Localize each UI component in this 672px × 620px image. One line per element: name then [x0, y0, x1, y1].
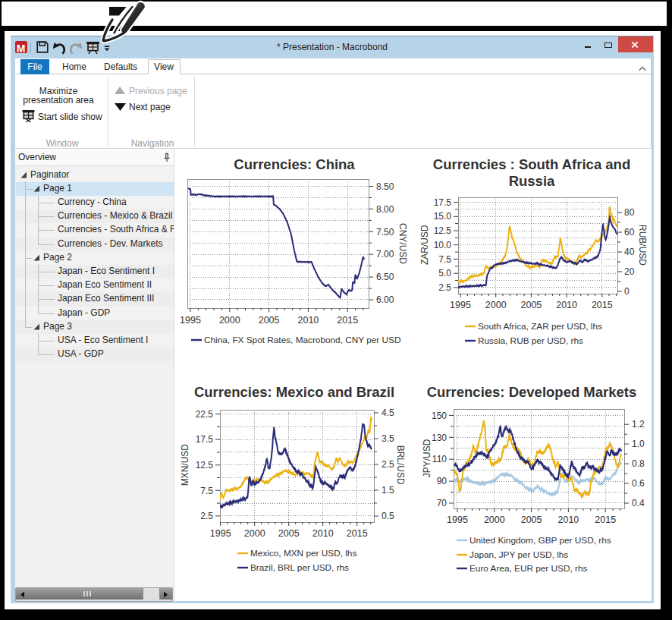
svg-text:MXN/USD: MXN/USD	[180, 444, 190, 486]
svg-text:70: 70	[437, 498, 447, 508]
svg-text:2015: 2015	[337, 315, 358, 326]
svg-text:Russia, RUB per USD, rhs: Russia, RUB per USD, rhs	[478, 335, 583, 346]
svg-text:130: 130	[432, 433, 447, 443]
svg-text:110: 110	[432, 454, 447, 464]
svg-text:6.00: 6.00	[376, 294, 394, 305]
svg-text:150: 150	[432, 411, 447, 421]
svg-text:2005: 2005	[278, 528, 300, 539]
svg-text:1.5: 1.5	[382, 485, 394, 496]
svg-text:2.5: 2.5	[200, 511, 213, 521]
svg-text:2.5: 2.5	[438, 282, 451, 293]
svg-text:2005: 2005	[520, 300, 542, 310]
svg-text:17.5: 17.5	[434, 197, 452, 208]
svg-text:15.0: 15.0	[434, 211, 452, 222]
svg-text:3.5: 3.5	[382, 433, 394, 444]
svg-text:22.5: 22.5	[196, 409, 214, 420]
svg-text:0.4: 0.4	[632, 498, 645, 508]
svg-text:40: 40	[624, 247, 635, 257]
svg-text:8.00: 8.00	[376, 204, 394, 215]
svg-text:2015: 2015	[595, 515, 616, 525]
svg-text:80: 80	[624, 207, 635, 218]
svg-text:0.8: 0.8	[632, 458, 645, 469]
svg-text:12.5: 12.5	[434, 225, 452, 236]
svg-text:China, FX Spot Rates, Macrobon: China, FX Spot Rates, Macrobond, CNY per…	[204, 335, 400, 345]
svg-text:7.5: 7.5	[200, 486, 213, 496]
svg-text:2010: 2010	[312, 528, 334, 539]
svg-text:Currencies : South Africa and: Currencies : South Africa and	[433, 156, 630, 172]
svg-text:Japan, JPY per USD, lhs: Japan, JPY per USD, lhs	[469, 549, 568, 560]
svg-text:Brazil, BRL per USD, rhs: Brazil, BRL per USD, rhs	[250, 562, 349, 573]
svg-text:1995: 1995	[210, 528, 231, 539]
svg-text:2005: 2005	[259, 315, 280, 326]
svg-text:2000: 2000	[485, 300, 507, 310]
svg-text:60: 60	[624, 227, 635, 238]
svg-text:1.0: 1.0	[632, 439, 645, 449]
svg-text:2010: 2010	[556, 300, 577, 310]
svg-text:2010: 2010	[557, 515, 579, 525]
svg-text:JPY/USD: JPY/USD	[422, 439, 432, 477]
svg-text:6.50: 6.50	[376, 272, 394, 282]
svg-text:1995: 1995	[447, 515, 468, 525]
svg-text:2000: 2000	[219, 315, 240, 326]
svg-text:0.6: 0.6	[632, 478, 645, 489]
svg-text:United Kingdom, GBP per USD, r: United Kingdom, GBP per USD, rhs	[469, 535, 611, 546]
svg-text:17.5: 17.5	[196, 434, 214, 445]
svg-text:2000: 2000	[244, 528, 265, 539]
svg-text:2.5: 2.5	[382, 459, 394, 470]
svg-text:Russia: Russia	[509, 173, 555, 189]
svg-text:1995: 1995	[180, 315, 201, 326]
svg-text:Mexico, MXN per USD, lhs: Mexico, MXN per USD, lhs	[250, 548, 356, 559]
svg-text:South Africa, ZAR per USD, lhs: South Africa, ZAR per USD, lhs	[478, 321, 602, 332]
svg-text:20: 20	[624, 266, 635, 277]
svg-text:4.5: 4.5	[382, 408, 394, 418]
svg-text:1995: 1995	[450, 300, 471, 310]
svg-text:90: 90	[437, 476, 447, 486]
svg-text:7.50: 7.50	[376, 227, 394, 238]
svg-text:0: 0	[624, 286, 630, 297]
svg-text:7.00: 7.00	[376, 249, 394, 260]
svg-text:8.50: 8.50	[376, 181, 394, 192]
svg-text:10.0: 10.0	[434, 240, 452, 250]
svg-text:2015: 2015	[592, 300, 613, 310]
svg-text:1.2: 1.2	[632, 419, 645, 430]
svg-text:2010: 2010	[297, 315, 319, 326]
svg-text:BRL/USD: BRL/USD	[395, 445, 406, 485]
svg-text:2005: 2005	[521, 515, 542, 525]
svg-text:CNY/USD: CNY/USD	[397, 223, 408, 264]
svg-text:RUB/USD: RUB/USD	[637, 225, 648, 266]
svg-text:2015: 2015	[347, 528, 368, 539]
svg-text:Euro Area, EUR per USD, rhs: Euro Area, EUR per USD, rhs	[469, 563, 587, 574]
svg-text:0.5: 0.5	[382, 511, 394, 521]
svg-text:2000: 2000	[484, 515, 505, 525]
svg-text:7.5: 7.5	[438, 254, 451, 265]
svg-text:5.0: 5.0	[438, 268, 451, 279]
svg-text:Currencies: China: Currencies: China	[234, 156, 355, 172]
svg-text:Currencies: Developed Markets: Currencies: Developed Markets	[427, 384, 637, 400]
svg-text:Currencies: Mexico and Brazil: Currencies: Mexico and Brazil	[194, 384, 394, 400]
svg-text:ZAR/USD: ZAR/USD	[419, 225, 430, 265]
svg-text:12.5: 12.5	[196, 460, 214, 471]
